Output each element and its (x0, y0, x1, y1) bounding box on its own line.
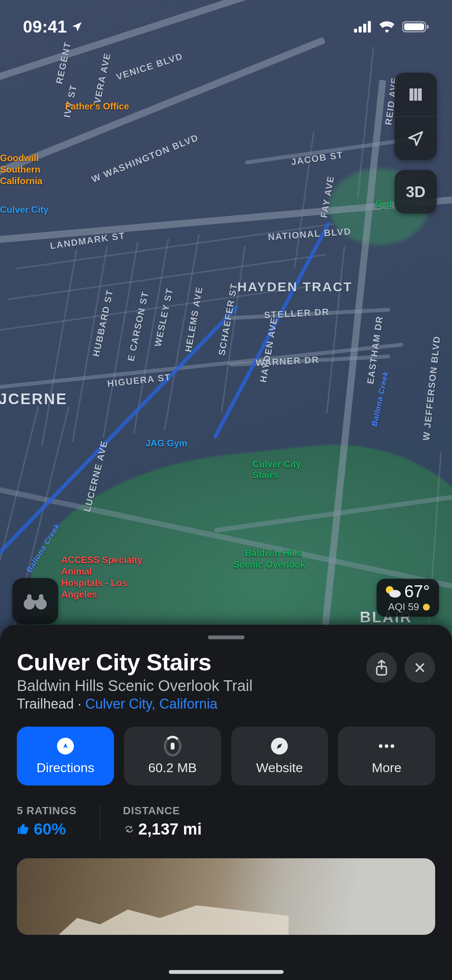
home-indicator[interactable] (169, 970, 284, 974)
location-services-icon (71, 21, 83, 33)
directions-button[interactable]: Directions (17, 727, 114, 786)
poi-stairs1[interactable]: Culver City (253, 459, 301, 469)
status-right (354, 21, 429, 33)
svg-rect-6 (427, 25, 429, 29)
poi-overlook2[interactable]: Scenic Overlook (233, 560, 305, 570)
compass-icon (271, 737, 288, 755)
poi-hosp3[interactable]: Hospitals - Los (61, 578, 127, 588)
sheet-grabber[interactable] (208, 635, 245, 639)
more-label: More (372, 760, 401, 775)
map-label-vera: VERA AVE (92, 52, 113, 105)
place-location-link[interactable]: Culver City, California (85, 696, 217, 712)
map-label-hubbard: HUBBARD ST (91, 289, 116, 358)
ellipsis-icon (378, 743, 395, 749)
status-time: 09:41 (23, 17, 67, 36)
svg-rect-11 (32, 600, 38, 604)
weather-partly-cloudy-icon (384, 585, 401, 598)
route-icon (121, 821, 137, 837)
poi-jag[interactable]: JAG Gym (145, 438, 187, 448)
status-bar: 09:41 (0, 0, 452, 54)
more-button[interactable]: More (338, 727, 435, 786)
poi-goodwill2[interactable]: Southern (0, 165, 40, 175)
poi-goodwill3[interactable]: California (0, 176, 42, 186)
place-card-sheet[interactable]: Culver City Stairs Baldwin Hills Scenic … (0, 625, 452, 980)
poi-fathers[interactable]: Father's Office (65, 101, 129, 111)
map-label-carson: E CARSON ST (126, 290, 151, 362)
svg-rect-1 (359, 26, 362, 33)
svg-point-17 (379, 744, 383, 748)
share-icon (374, 659, 389, 676)
aqi-indicator-dot (423, 604, 430, 611)
3d-toggle-button[interactable]: 3D (395, 170, 437, 214)
svg-rect-10 (39, 595, 44, 601)
poi-stairs2[interactable]: Stairs (253, 470, 278, 480)
svg-rect-0 (354, 29, 357, 33)
poi-goodwill1[interactable]: Goodwill (0, 153, 39, 163)
poi-hosp4[interactable]: Angeles (61, 590, 97, 599)
map-label-hayden: HAYDEN TRACT (237, 279, 352, 294)
map-label-jefferson: W JEFFERSON BLVD (421, 335, 442, 441)
poi-overlook1[interactable]: Baldwin Hills (245, 548, 302, 558)
ratings-label: 5 RATINGS (17, 805, 77, 817)
share-button[interactable] (366, 652, 397, 683)
directions-icon (57, 737, 74, 755)
map-layers-icon (406, 85, 425, 104)
binoculars-icon (23, 591, 47, 611)
website-label: Website (256, 760, 303, 775)
locate-me-button[interactable] (395, 116, 437, 160)
directions-label: Directions (36, 760, 94, 775)
map-label-wesley: WESLEY ST (152, 287, 175, 348)
poi-hosp1[interactable]: ACCESS Specialty (61, 555, 142, 565)
photo-strip[interactable] (17, 858, 435, 935)
svg-rect-2 (363, 24, 366, 33)
download-size-label: 60.2 MB (148, 760, 197, 775)
weather-widget[interactable]: 67° AQI 59 (377, 579, 439, 617)
close-icon (414, 662, 426, 674)
place-category: Trailhead (17, 696, 74, 712)
map-label-lucerne2: JCERNE (0, 390, 67, 408)
place-subtitle: Baldwin Hills Scenic Overlook Trail (17, 677, 366, 694)
wifi-icon (379, 21, 395, 33)
poi-hosp2[interactable]: Animal (61, 567, 92, 577)
ratings-value: 60% (34, 820, 66, 838)
location-arrow-icon (407, 130, 424, 147)
close-button[interactable] (405, 652, 435, 683)
svg-point-19 (391, 744, 395, 748)
svg-point-18 (385, 744, 388, 748)
map-mode-button[interactable] (395, 73, 437, 116)
place-title: Culver City Stairs (17, 648, 366, 676)
weather-temp: 67° (404, 582, 430, 601)
svg-rect-9 (27, 595, 32, 601)
svg-rect-3 (368, 21, 371, 33)
weather-aqi: AQI 59 (388, 601, 419, 613)
distance-label: DISTANCE (123, 805, 202, 817)
map-label-national: NATIONAL BLVD (268, 226, 351, 242)
poi-culvercity[interactable]: Culver City (0, 205, 49, 215)
thumbs-up-icon (17, 823, 30, 836)
cellular-icon (354, 21, 372, 33)
battery-icon (402, 21, 429, 33)
svg-point-13 (389, 590, 401, 598)
download-button[interactable]: 60.2 MB (124, 727, 221, 786)
website-button[interactable]: Website (231, 727, 328, 786)
distance-value: 2,137 mi (138, 820, 202, 838)
look-around-button[interactable] (12, 578, 58, 624)
map-label-venice: VENICE BLVD (115, 51, 184, 83)
download-progress-icon (164, 736, 181, 756)
map-label-washington: W WASHINGTON BLVD (90, 132, 200, 185)
svg-rect-5 (404, 23, 424, 30)
